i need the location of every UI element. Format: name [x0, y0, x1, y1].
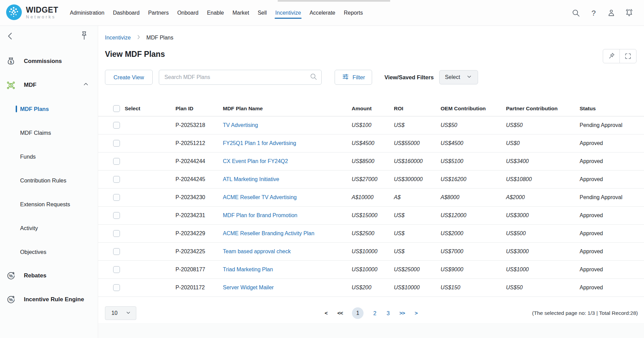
roi-cell: US$10000: [394, 285, 441, 291]
pager-first[interactable]: <<: [337, 310, 343, 316]
plan-name-link[interactable]: MDF Plan for Brand Promotion: [223, 212, 352, 219]
row-checkbox[interactable]: [113, 122, 120, 129]
saved-filters-select[interactable]: Select: [439, 70, 478, 84]
fullscreen-button[interactable]: [619, 49, 637, 63]
row-checkbox[interactable]: [113, 194, 120, 201]
status-cell: Approved: [580, 285, 644, 291]
page-size-value: 10: [111, 310, 118, 316]
chevron-up-icon[interactable]: [82, 81, 89, 90]
sidebar-item-mdf-claims[interactable]: MDF Claims: [0, 121, 98, 145]
row-checkbox[interactable]: [113, 176, 120, 183]
sidebar-collapse-icon[interactable]: [5, 31, 16, 41]
plan-name-link[interactable]: TV Advertising: [223, 122, 352, 128]
amount-cell: US$8500: [352, 158, 394, 164]
row-checkbox[interactable]: [113, 158, 120, 165]
plan-name-link[interactable]: Triad Marketing Plan: [223, 267, 352, 273]
sidebar-item-funds[interactable]: Funds: [0, 145, 98, 168]
app: { "colors":{"accent_blue":"#1d6fb4","bra…: [0, 0, 644, 338]
row-checkbox[interactable]: [113, 140, 120, 147]
row-checkbox[interactable]: [113, 266, 120, 273]
amount-cell: US$15000: [352, 212, 394, 219]
sidebar-item-label: Incentive Rule Engine: [24, 296, 84, 303]
pager-next[interactable]: >: [414, 310, 418, 316]
pager-last[interactable]: >>: [399, 310, 405, 316]
notifications-icon[interactable]: [624, 8, 634, 18]
sidebar-item-rebates[interactable]: %Rebates: [0, 264, 98, 288]
amount-cell: US$10000: [352, 267, 394, 273]
sidebar-pin-icon[interactable]: [79, 30, 89, 41]
row-checkbox[interactable]: [113, 230, 120, 237]
mdf-plans-table: Select Plan ID MDF Plan Name Amount ROI …: [98, 101, 644, 297]
saved-filters-select-value: Select: [445, 74, 460, 80]
nav-item-administration[interactable]: Administration: [69, 6, 105, 20]
plan-name-link[interactable]: FY25Q1 Plan 1 for Advertising: [223, 140, 352, 146]
pager-page-2[interactable]: 2: [373, 310, 377, 317]
table-body: P-20253218TV AdvertisingUS$100US$US$50US…: [98, 116, 644, 297]
filter-button[interactable]: Filter: [335, 70, 372, 85]
row-checkbox[interactable]: [113, 212, 120, 219]
user-icon[interactable]: [607, 8, 616, 18]
roi-cell: US$300000: [394, 176, 441, 182]
roi-cell: US$: [394, 122, 441, 128]
sidebar-item-activity[interactable]: Activity: [0, 216, 98, 240]
plan-id-cell: P-20234229: [175, 230, 223, 237]
toolbar: Create View Filter View/Saved Filters Se…: [105, 70, 644, 85]
sidebar-item-contribution-rules[interactable]: Contribution Rules: [0, 168, 98, 192]
brand-logo[interactable]: WIDGET Networks: [6, 4, 69, 21]
sidebar-item-mdf[interactable]: $MDF: [0, 73, 98, 97]
sidebar-item-extension-requests[interactable]: Extension Requests: [0, 192, 98, 216]
sidebar-item-commissions[interactable]: $Commissions: [0, 49, 98, 73]
brand-subname: Networks: [26, 15, 58, 19]
help-icon[interactable]: ?: [589, 8, 598, 18]
plan-name-link[interactable]: CX Event Plan for FY24Q2: [223, 158, 352, 164]
table-row: P-20234231MDF Plan for Brand PromotionUS…: [98, 207, 644, 225]
nav-item-incentivize[interactable]: Incentivize: [275, 6, 302, 20]
partner-contribution-cell: US$0: [506, 140, 580, 146]
page-size-select[interactable]: 10: [105, 306, 136, 320]
nav-item-accelerate[interactable]: Accelerate: [309, 6, 336, 20]
breadcrumb-current: MDF Plans: [147, 35, 173, 41]
roi-cell: US$: [394, 230, 441, 237]
nav-item-onboard[interactable]: Onboard: [177, 6, 199, 20]
amount-cell: US$10000: [352, 248, 394, 255]
amount-cell: A$10000: [352, 194, 394, 200]
plan-name-link[interactable]: ACME Reseller Branding Activity Plan: [223, 230, 352, 237]
search-submit-icon[interactable]: [309, 73, 318, 82]
nav-item-reports[interactable]: Reports: [343, 6, 364, 20]
sidebar-item-objectives[interactable]: Objectives: [0, 240, 98, 264]
plan-name-link[interactable]: Server Widget Mailer: [223, 285, 352, 291]
plan-name-link[interactable]: ACME Reseller TV Advertising: [223, 194, 352, 200]
row-checkbox[interactable]: [113, 248, 120, 255]
nav-item-dashboard[interactable]: Dashboard: [112, 6, 140, 20]
nav-item-sell[interactable]: Sell: [257, 6, 267, 20]
status-cell: Approved: [580, 230, 644, 237]
partner-contribution-cell: US$1000: [506, 267, 580, 273]
page-title: View MDF Plans: [105, 49, 644, 59]
pager-prev[interactable]: <: [324, 310, 328, 316]
nav-item-partners[interactable]: Partners: [148, 6, 169, 20]
sidebar-item-label: Objectives: [20, 249, 46, 255]
roi-cell: A$: [394, 194, 441, 200]
svg-text:$: $: [10, 83, 12, 87]
pager-page-1[interactable]: 1: [352, 307, 364, 319]
create-view-button[interactable]: Create View: [105, 70, 153, 85]
breadcrumb-incentivize-link[interactable]: Incentivize: [105, 35, 131, 41]
plan-name-link[interactable]: ATL Marketing Initiative: [223, 176, 352, 182]
select-all-checkbox[interactable]: [113, 105, 120, 112]
pin-view-button[interactable]: [603, 49, 620, 63]
sidebar-header: [0, 26, 98, 49]
sidebar-item-mdf-plans[interactable]: MDF Plans: [0, 97, 98, 121]
search-icon[interactable]: [571, 8, 581, 18]
column-header-status: Status: [580, 106, 644, 112]
topbar: WIDGET Networks AdministrationDashboardP…: [0, 0, 644, 26]
column-header-oem-contribution: OEM Contribution: [441, 106, 506, 112]
nav-item-enable[interactable]: Enable: [206, 6, 225, 20]
search-input[interactable]: [159, 70, 322, 85]
row-checkbox[interactable]: [113, 284, 120, 291]
brand-name: WIDGET: [26, 6, 58, 14]
plan-name-link[interactable]: Team based approval check: [223, 248, 352, 255]
sidebar-item-incentive-rule-engine[interactable]: %Incentive Rule Engine: [0, 288, 98, 311]
nav-item-market[interactable]: Market: [232, 6, 250, 20]
percent-cycle-icon: %: [6, 271, 16, 281]
pager-page-3[interactable]: 3: [386, 310, 390, 317]
